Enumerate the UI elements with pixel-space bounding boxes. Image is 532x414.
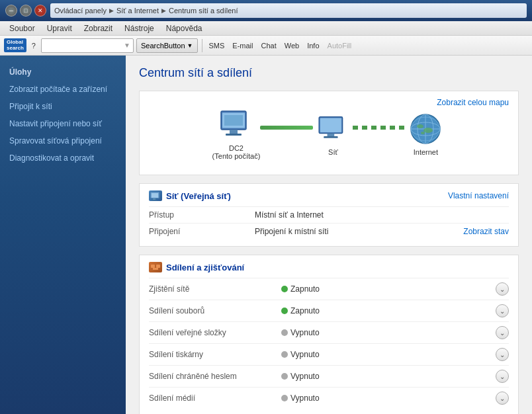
network-info-row-connection: Připojení Připojení k místní síti Zobraz…	[149, 223, 509, 239]
svg-rect-22	[152, 200, 157, 200]
network-info-row-access: Přístup Místní síť a Internet	[149, 206, 509, 223]
network-section-icon	[149, 190, 162, 201]
sharing-label-3: Sdílení tiskárny	[149, 350, 281, 359]
svg-rect-5	[224, 115, 243, 126]
status-dot-0	[281, 286, 288, 292]
network-info-section: Síť (Veřejná síť) Vlastní nastavení Přís…	[139, 183, 519, 247]
global-search-logo[interactable]: Global search	[4, 38, 26, 53]
network-diagram: DC2 (Tento počítač)	[153, 102, 505, 167]
menu-help[interactable]: Nápověda	[161, 22, 208, 34]
svg-rect-25	[153, 268, 158, 270]
sharing-section-icon	[149, 262, 162, 272]
status-value-1: Zapnuto	[290, 306, 320, 315]
breadcrumb-part3[interactable]: Centrum sítí a sdílení	[169, 7, 238, 15]
connection-value: Připojení k místní síti	[255, 227, 463, 236]
svg-rect-21	[153, 198, 155, 200]
toolbar-autofill[interactable]: AutoFill	[325, 42, 355, 50]
svg-rect-9	[324, 136, 338, 138]
toolbar-email[interactable]: E-mail	[230, 42, 255, 50]
breadcrumb: Ovládací panely ▶ Síť a Internet ▶ Centr…	[50, 3, 527, 18]
toolbar-search-input[interactable]	[44, 42, 124, 50]
expand-btn-4[interactable]: ⌄	[496, 370, 509, 383]
access-label: Přístup	[149, 210, 255, 220]
sidebar-item-diagnose[interactable]: Diagnostikovat a opravit	[0, 149, 126, 167]
expand-btn-2[interactable]: ⌄	[496, 326, 509, 339]
switch-icon	[313, 112, 353, 145]
connection-label: Připojení	[149, 227, 255, 236]
sidebar-item-computers[interactable]: Zobrazit počítače a zařízení	[0, 81, 126, 98]
node-internet-label: Internet	[414, 148, 438, 156]
svg-rect-8	[328, 134, 335, 136]
network-node-switch: Síť	[313, 112, 353, 156]
status-dot-4	[281, 373, 288, 380]
show-full-map-link[interactable]: Zobrazit celou mapu	[437, 98, 509, 107]
main-layout: Úlohy Zobrazit počítače a zařízení Připo…	[0, 56, 532, 414]
sidebar: Úlohy Zobrazit počítače a zařízení Připo…	[0, 56, 126, 414]
toolbar-info[interactable]: Info	[304, 42, 322, 50]
sharing-section: Sdílení a zjišťování Zjištění sítě Zapnu…	[139, 255, 519, 414]
sharing-label-1: Sdílení souborů	[149, 306, 281, 315]
menu-tools[interactable]: Nástroje	[119, 22, 159, 34]
network-section-header: Síť (Veřejná síť) Vlastní nastavení	[149, 190, 509, 201]
network-line-2	[353, 126, 406, 130]
network-line-1	[260, 126, 313, 130]
expand-btn-5[interactable]: ⌄	[496, 392, 509, 405]
status-value-4: Vypnuto	[290, 372, 320, 381]
expand-btn-3[interactable]: ⌄	[496, 348, 509, 361]
search-button-dropdown[interactable]: SearchButton ▼	[136, 38, 198, 53]
sharing-section-title: Sdílení a zjišťování	[166, 263, 244, 272]
sharing-label-0: Zjištění sítě	[149, 284, 281, 294]
content-area: Centrum sítí a sdílení Zobrazit celou ma…	[126, 56, 532, 414]
menu-view[interactable]: Zobrazit	[79, 22, 118, 34]
computer-icon	[216, 108, 256, 142]
svg-rect-23	[151, 265, 155, 268]
status-value-5: Vypnuto	[290, 393, 320, 403]
view-status-link[interactable]: Zobrazit stav	[463, 227, 509, 236]
custom-settings-link[interactable]: Vlastní nastavení	[448, 191, 509, 200]
window-controls: ─ □ ✕	[5, 5, 46, 17]
status-dot-3	[281, 351, 288, 358]
toolbar-sms[interactable]: SMS	[206, 42, 228, 50]
sharing-row-4: Sdílení chráněné heslem Vypnuto ⌄	[149, 365, 509, 387]
sharing-row-5: Sdílení médií Vypnuto ⌄	[149, 387, 509, 409]
status-dot-5	[281, 395, 288, 401]
expand-btn-1[interactable]: ⌄	[496, 304, 509, 317]
menu-file[interactable]: Soubor	[4, 22, 40, 34]
menu-edit[interactable]: Upravit	[42, 22, 77, 34]
expand-btn-0[interactable]: ⌄	[496, 282, 509, 296]
sidebar-item-manage[interactable]: Spravovat síťová připojení	[0, 132, 126, 149]
close-button[interactable]: ✕	[34, 5, 46, 17]
status-value-3: Vypnuto	[290, 350, 320, 359]
svg-point-16	[417, 124, 423, 128]
svg-rect-20	[152, 193, 158, 198]
page-title: Centrum sítí a sdílení	[139, 66, 519, 80]
breadcrumb-part1[interactable]: Ovládací panely	[54, 7, 107, 15]
sharing-row-1: Sdílení souborů Zapnuto ⌄	[149, 300, 509, 321]
toolbar: Global search ? ▼ SearchButton ▼ SMS E-m…	[0, 36, 532, 56]
sharing-label-5: Sdílení médií	[149, 393, 281, 403]
status-dot-1	[281, 308, 288, 314]
menu-bar: Soubor Upravit Zobrazit Nástroje Nápověd…	[0, 21, 532, 36]
maximize-button[interactable]: □	[20, 5, 32, 17]
toolbar-search-box[interactable]: ▼	[41, 38, 134, 53]
svg-rect-2	[230, 130, 238, 134]
minimize-button[interactable]: ─	[5, 5, 17, 17]
sharing-label-4: Sdílení chráněné heslem	[149, 372, 281, 381]
breadcrumb-sep2: ▶	[161, 7, 166, 14]
sharing-header: Sdílení a zjišťování	[149, 262, 509, 272]
breadcrumb-sep1: ▶	[109, 7, 114, 14]
breadcrumb-part2[interactable]: Síť a Internet	[116, 7, 159, 15]
network-map: Zobrazit celou mapu	[139, 91, 519, 175]
toolbar-web[interactable]: Web	[282, 42, 302, 50]
toolbar-help[interactable]: ?	[29, 42, 38, 50]
title-bar: ─ □ ✕ Ovládací panely ▶ Síť a Internet ▶…	[0, 0, 532, 21]
status-value-2: Vypnuto	[290, 328, 320, 337]
sidebar-item-setup[interactable]: Nastavit připojení nebo síť	[0, 115, 126, 132]
svg-point-18	[421, 132, 425, 134]
network-section-title: Síť (Veřejná síť)	[149, 190, 231, 201]
access-value: Místní síť a Internet	[255, 210, 509, 220]
toolbar-chat[interactable]: Chat	[259, 42, 279, 50]
sidebar-item-connect[interactable]: Připojit k síti	[0, 98, 126, 115]
node-switch-label: Síť	[328, 148, 338, 156]
svg-rect-24	[156, 265, 160, 268]
